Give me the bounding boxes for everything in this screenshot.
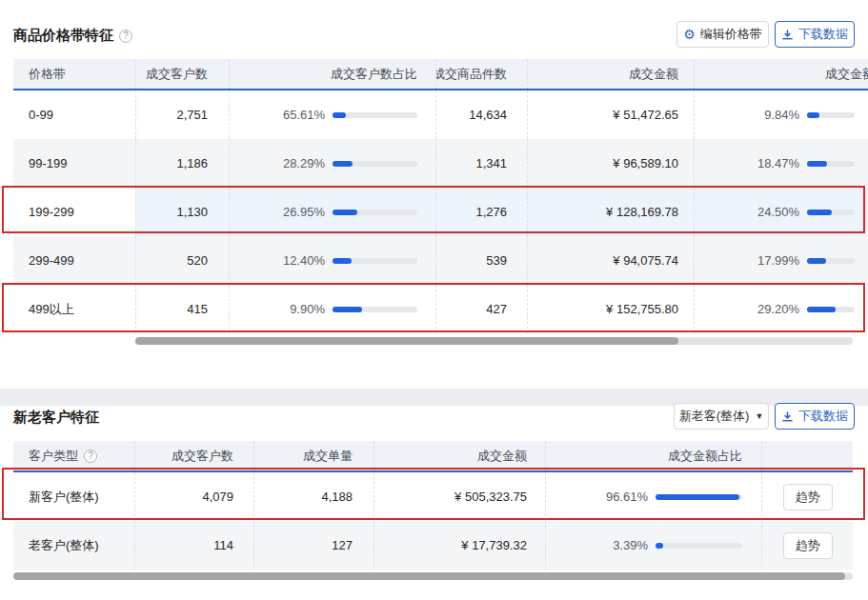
col-header-customer-share: 成交客户数占比 (229, 59, 435, 89)
amount-share-pct: 29.20% (757, 302, 799, 316)
download-data-label: 下载数据 (798, 26, 848, 43)
chevron-down-icon: ▼ (755, 411, 763, 421)
help-icon[interactable]: ? (119, 30, 132, 43)
items-cell: 539 (435, 236, 527, 285)
trend-button[interactable]: 趋势 (783, 484, 833, 510)
amount-share-cell: 18.47% (694, 139, 868, 188)
customers-cell: 415 (135, 285, 229, 333)
items-cell: 1,341 (435, 139, 527, 188)
amount-share-bar-track (807, 210, 855, 215)
customer-share-bar-fill (333, 161, 353, 167)
amount-share-bar-fill (656, 494, 739, 500)
amount-share-bar-track (656, 494, 742, 500)
price-table-head-row: 价格带 成交客户数 成交客户数占比 成交商品件数 成交金额 成交金额占比 (13, 59, 868, 90)
price-table-hscrollbar-thumb[interactable] (135, 337, 678, 345)
amount-share-bar-fill (807, 112, 819, 118)
price-row-0-99: 0-99 2,751 65.61% 14,634 ¥ 51,472.65 9.8… (13, 90, 868, 139)
band-cell: 299-499 (13, 236, 135, 285)
gear-icon: ⚙ (683, 28, 696, 41)
col-header-amount: 成交金额 (527, 59, 694, 89)
amount-cell: ¥ 17,739.32 (373, 521, 545, 570)
customers-cell: 2,751 (135, 90, 229, 139)
amount-cell: ¥ 505,323.75 (373, 472, 545, 521)
customer-row-new: 新客户(整体) 4,079 4,188 ¥ 505,323.75 96.61% … (13, 472, 853, 521)
customer-share-pct: 26.95% (283, 205, 325, 219)
customer-share-cell: 9.90% (229, 285, 435, 333)
amount-cell: ¥ 96,589.10 (527, 139, 694, 188)
amount-share-bar-fill (656, 543, 663, 549)
download-icon (781, 29, 794, 41)
price-row-299-499: 299-499 520 12.40% 539 ¥ 94,075.74 17.99… (13, 236, 868, 285)
download-icon (781, 410, 794, 423)
customer-share-pct: 28.29% (283, 156, 325, 170)
customer-table-hscrollbar-track[interactable] (13, 572, 853, 580)
customer-share-cell: 65.61% (229, 90, 435, 139)
amount-share-bar-track (656, 543, 742, 549)
amount-share-cell: 24.50% (694, 188, 868, 236)
price-table-hscrollbar-track[interactable] (135, 337, 853, 345)
orders-cell: 4,188 (253, 472, 373, 521)
download-data-label: 下载数据 (798, 408, 848, 425)
price-table-title: 商品价格带特征 (13, 27, 113, 45)
customer-share-bar-fill (333, 210, 357, 215)
col-header-customers: 成交客户数 (134, 441, 253, 470)
amount-share-cell: 9.84% (694, 90, 868, 139)
band-cell: 499以上 (13, 285, 135, 333)
customer-type-cell: 老客户(整体) (13, 521, 134, 570)
amount-share-bar-fill (807, 210, 832, 215)
customer-share-pct: 65.61% (283, 108, 325, 122)
amount-cell: ¥ 51,472.65 (527, 90, 694, 139)
customer-type-dropdown[interactable]: 新老客(整体) ▼ (674, 403, 769, 430)
customer-table-hscrollbar-thumb[interactable] (13, 572, 845, 580)
customer-share-pct: 9.90% (290, 302, 325, 316)
help-icon[interactable]: ? (84, 450, 97, 463)
customer-share-bar-fill (333, 258, 352, 264)
items-cell: 1,276 (435, 188, 527, 236)
amount-share-bar-fill (807, 258, 826, 264)
customers-cell: 520 (135, 236, 229, 285)
download-data-button-price[interactable]: 下载数据 (775, 21, 855, 48)
customer-table-title: 新老客户特征 (13, 409, 99, 427)
orders-cell: 127 (253, 521, 373, 570)
items-cell: 427 (435, 285, 527, 333)
customer-share-bar-track (333, 307, 417, 312)
customer-type-label: 客户类型 (29, 448, 78, 465)
col-header-actions (761, 441, 853, 470)
price-row-199-299: 199-299 1,130 26.95% 1,276 ¥ 128,169.78 … (13, 188, 868, 236)
customer-share-cell: 26.95% (229, 188, 435, 236)
amount-share-bar-track (807, 161, 855, 167)
customers-cell: 1,130 (135, 188, 229, 236)
analytics-page: 商品价格带特征 ? ⚙ 编辑价格带 下载数据 价格带 成交客户数 成交客户数占比… (0, 0, 868, 600)
amount-share-pct: 18.47% (757, 156, 799, 170)
customer-share-bar-fill (333, 307, 362, 312)
amount-cell: ¥ 128,169.78 (527, 188, 694, 236)
trend-button[interactable]: 趋势 (783, 532, 833, 559)
amount-share-bar-track (807, 258, 855, 264)
col-header-band: 价格带 (13, 59, 135, 89)
amount-share-pct: 24.50% (757, 205, 799, 219)
amount-share-cell: 96.61% (545, 472, 761, 521)
price-row-99-199: 99-199 1,186 28.29% 1,341 ¥ 96,589.10 18… (13, 139, 868, 188)
download-data-button-customer[interactable]: 下载数据 (775, 403, 855, 430)
actions-cell: 趋势 (761, 521, 853, 570)
items-cell: 14,634 (435, 90, 527, 139)
customer-table-header: 新老客户特征 (13, 409, 99, 427)
customer-share-bar-track (333, 210, 417, 215)
col-header-items: 成交商品件数 (435, 59, 527, 89)
edit-price-band-button[interactable]: ⚙ 编辑价格带 (676, 21, 769, 48)
edit-price-band-label: 编辑价格带 (700, 26, 762, 43)
amount-share-cell: 29.20% (694, 285, 868, 333)
amount-share-bar-track (807, 112, 855, 118)
amount-share-cell: 17.99% (694, 236, 868, 285)
band-cell: 99-199 (13, 139, 135, 188)
amount-share-bar-fill (807, 161, 827, 167)
customer-share-cell: 12.40% (229, 236, 435, 285)
customer-row-old: 老客户(整体) 114 127 ¥ 17,739.32 3.39% 趋势 (13, 521, 853, 570)
customer-share-bar-track (333, 112, 417, 118)
customers-cell: 4,079 (134, 472, 253, 521)
price-table-header: 商品价格带特征 ? (13, 27, 132, 45)
band-cell: 199-299 (13, 188, 135, 236)
customer-share-cell: 28.29% (229, 139, 435, 188)
col-header-amount-share: 成交金额占比 (545, 441, 761, 470)
actions-cell: 趋势 (761, 472, 853, 521)
